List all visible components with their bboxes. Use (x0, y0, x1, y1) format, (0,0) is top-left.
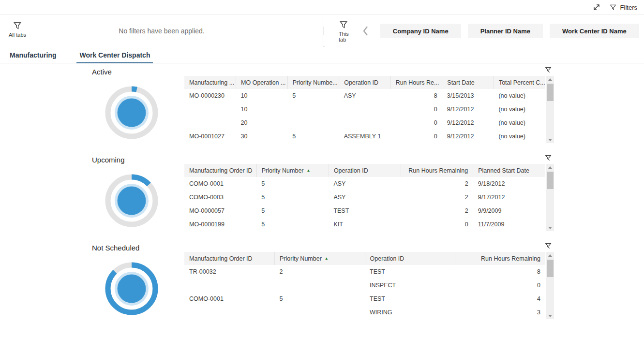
table-cell: 10 (236, 89, 288, 103)
donut-center-disc (118, 275, 146, 303)
filters-button[interactable]: Filters (609, 3, 637, 11)
funnel-icon (544, 242, 552, 250)
donut-chart-upcoming[interactable] (105, 174, 158, 227)
column-header-priority-numbe[interactable]: Priority Numbe... (287, 76, 339, 89)
table-header-row: Manufacturing ...MO Operation ...Priorit… (184, 76, 545, 89)
table-cell: 5 (287, 130, 339, 143)
column-header-label: Run Hours Remaining (481, 255, 540, 262)
filter-chip-company-id-name[interactable]: Company ID Name (380, 24, 461, 38)
section-filter-icon-not-scheduled[interactable] (544, 242, 553, 250)
funnel-icon (339, 20, 348, 29)
column-header-manufacturing[interactable]: Manufacturing ... (184, 76, 236, 89)
filter-chip-work-center-id-name[interactable]: Work Center ID Name (550, 24, 639, 38)
table-cell: (no value) (494, 103, 545, 116)
table-cell: ASY (329, 177, 401, 191)
column-header-run-hours-re[interactable]: Run Hours Re... (390, 76, 442, 89)
funnel-icon (544, 154, 552, 162)
scrollbar-down-arrow[interactable] (546, 136, 554, 143)
table-cell: 5 (256, 204, 329, 218)
table-cell: 0 (390, 130, 442, 143)
table-scrollbar[interactable] (546, 76, 554, 143)
donut-chart-active[interactable] (105, 86, 158, 139)
column-header-label: Start Date (447, 79, 474, 86)
column-header-total-percent-c[interactable]: Total Percent C... (494, 76, 545, 89)
scrollbar-thumb[interactable] (547, 260, 554, 277)
table-cell: 11/7/2009 (473, 218, 545, 231)
table-cell: ASY (339, 89, 391, 103)
column-header-run-hours-remaining[interactable]: Run Hours Remaining (455, 252, 546, 265)
column-header-label: Priority Number (280, 255, 322, 262)
table-cell: 4 (455, 292, 546, 306)
funnel-icon (544, 66, 552, 73)
table-row[interactable]: COMO-00015TEST4 (184, 292, 545, 306)
column-header-planned-start-date[interactable]: Planned Start Date (473, 164, 545, 177)
column-header-priority-number[interactable]: Priority Number▲ (256, 164, 329, 177)
column-header-start-date[interactable]: Start Date (442, 76, 494, 89)
tab-manufacturing[interactable]: Manufacturing (9, 47, 57, 63)
column-header-manufacturing-order-id[interactable]: Manufacturing Order ID (184, 164, 256, 177)
table-row[interactable]: 2009/12/2012(no value) (184, 116, 545, 130)
chips-scroll-left-button[interactable] (359, 26, 372, 36)
scrollbar-thumb[interactable] (547, 172, 554, 189)
table-cell: MO-0001027 (184, 130, 236, 143)
column-header-label: Operation ID (370, 255, 404, 262)
funnel-icon (609, 3, 617, 11)
this-tab-filter-pane: This tab Company ID Name Planner ID Name… (325, 15, 644, 47)
upcoming-table: Manufacturing Order IDPriority Number▲Op… (184, 164, 545, 231)
filter-chip-planner-id-name[interactable]: Planner ID Name (468, 24, 543, 38)
table-cell: 5 (287, 89, 339, 103)
scrollbar-up-arrow[interactable] (546, 164, 554, 171)
table-row[interactable]: WIRING3 (184, 306, 545, 319)
column-header-operation-id[interactable]: Operation ID (365, 252, 455, 265)
table-row[interactable]: INSPECT0 (184, 279, 545, 292)
table-cell: MO-0000199 (184, 218, 256, 231)
tab-work-center-dispatch[interactable]: Work Center Dispatch (78, 47, 151, 63)
table-row[interactable]: TR-000322TEST8 (184, 265, 545, 279)
table-cell: 8 (390, 89, 442, 103)
table-scrollbar[interactable] (546, 164, 554, 231)
table-cell: TEST (365, 292, 455, 306)
table-container-upcoming: Manufacturing Order IDPriority Number▲Op… (184, 164, 554, 231)
section-upcoming: UpcomingManufacturing Order IDPriority N… (0, 152, 644, 240)
column-header-label: Manufacturing ... (189, 79, 234, 86)
column-header-operation-id[interactable]: Operation ID (339, 76, 391, 89)
table-scrollbar[interactable] (546, 252, 554, 319)
column-header-label: Run Hours Remaining (408, 167, 468, 174)
table-row[interactable]: COMO-00035ASY29/17/2012 (184, 191, 545, 204)
scrollbar-down-arrow[interactable] (546, 312, 554, 319)
table-row[interactable]: MO-00000575TEST29/9/2009 (184, 204, 545, 218)
scrollbar-down-arrow[interactable] (546, 224, 554, 231)
table-cell (184, 116, 236, 130)
table-row[interactable]: 1009/12/2012(no value) (184, 103, 545, 116)
filters-label: Filters (620, 4, 637, 11)
dashboard-content: ActiveManufacturing ...MO Operation ...P… (0, 64, 644, 338)
column-header-operation-id[interactable]: Operation ID (329, 164, 401, 177)
table-row[interactable]: MO-00001995KIT011/7/2009 (184, 218, 545, 231)
column-header-label: Total Percent C... (499, 79, 545, 86)
table-cell (287, 103, 339, 116)
table-cell (184, 103, 236, 116)
donut-chart-not-scheduled[interactable] (105, 262, 158, 315)
section-filter-icon-active[interactable] (544, 66, 553, 74)
table-cell: TEST (329, 204, 401, 218)
scrollbar-thumb[interactable] (547, 84, 554, 101)
table-cell: KIT (329, 218, 401, 231)
table-row[interactable]: MO-0001027305ASSEMBLY 109/12/2012(no val… (184, 130, 545, 143)
expand-icon[interactable] (593, 3, 600, 11)
scrollbar-up-arrow[interactable] (546, 76, 554, 83)
table-cell: 30 (236, 130, 288, 143)
column-header-priority-number[interactable]: Priority Number▲ (275, 252, 365, 265)
table-row[interactable]: MO-0000230105ASY83/15/2013(no value) (184, 89, 545, 103)
table-cell: 8 (455, 265, 546, 279)
scrollbar-up-arrow[interactable] (546, 252, 554, 259)
this-tab-filter-button[interactable]: This tab (339, 20, 349, 43)
table-cell (184, 306, 275, 319)
section-filter-icon-upcoming[interactable] (544, 154, 553, 162)
column-header-manufacturing-order-id[interactable]: Manufacturing Order ID (184, 252, 275, 265)
column-header-mo-operation[interactable]: MO Operation ... (236, 76, 288, 89)
table-cell: 10 (236, 103, 288, 116)
table-row[interactable]: COMO-00015ASY29/18/2012 (184, 177, 545, 191)
column-header-run-hours-remaining[interactable]: Run Hours Remaining (401, 164, 473, 177)
table-cell: 2 (401, 191, 473, 204)
table-header-row: Manufacturing Order IDPriority Number▲Op… (184, 164, 545, 177)
